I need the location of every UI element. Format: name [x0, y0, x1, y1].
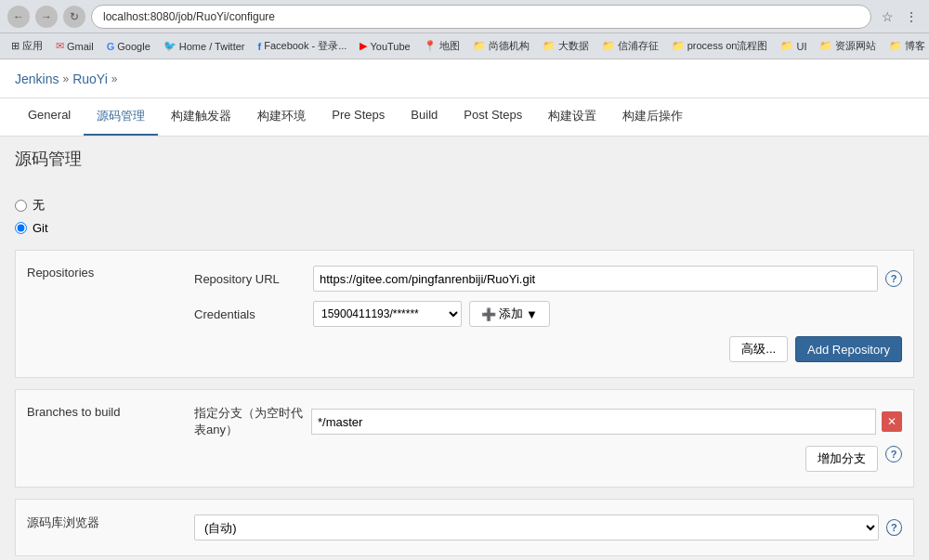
branch-row: 指定分支（为空时代表any） ✕ [194, 405, 902, 438]
tab-presteps[interactable]: Pre Steps [319, 98, 398, 136]
repositories-content: Repository URL ? Credentials 15900411193… [183, 251, 913, 377]
repo-url-input[interactable] [313, 266, 878, 292]
bookmark-twitter[interactable]: 🐦 Home / Twitter [158, 38, 251, 54]
repositories-label: Repositories [16, 251, 183, 377]
remove-branch-button[interactable]: ✕ [882, 411, 902, 432]
radio-group: 无 Git [15, 197, 914, 235]
repo-url-row: Repository URL ? [194, 266, 902, 292]
bookmark-youtube[interactable]: ▶ YouTube [354, 38, 415, 54]
tabs-bar: General 源码管理 构建触发器 构建环境 Pre Steps Build [0, 98, 929, 137]
bookmark-bigdata[interactable]: 📁 大数据 [537, 37, 595, 55]
add-credentials-button[interactable]: ➕ 添加 ▼ [469, 301, 550, 327]
maps-icon: 📍 [424, 40, 437, 52]
bookmark-gmail[interactable]: ✉ Gmail [50, 38, 99, 54]
scm-browser-content: (自动) ? [183, 500, 913, 555]
bookmark-xinpu[interactable]: 📁 信浦存征 [596, 37, 664, 55]
tab-build[interactable]: Build [398, 98, 451, 136]
bookmark-process[interactable]: 📁 process on流程图 [666, 37, 774, 55]
scroll-area[interactable]: General 源码管理 构建触发器 构建环境 Pre Steps Build [0, 98, 929, 560]
radio-none[interactable] [15, 200, 27, 212]
add-credentials-arrow: ▼ [526, 307, 538, 321]
breadcrumb-sep2: » [111, 72, 118, 85]
url-text: localhost:8080/job/RuoYi/configure [103, 10, 275, 23]
youtube-icon: ▶ [360, 40, 367, 52]
tab-env[interactable]: 构建环境 [244, 98, 319, 136]
bookmark-blog[interactable]: 📁 博客 [883, 37, 929, 55]
browser-bar: ← → ↻ localhost:8080/job/RuoYi/configure… [0, 0, 929, 33]
scm-browser-help[interactable]: ? [886, 519, 902, 536]
content-area: General 源码管理 构建触发器 构建环境 Pre Steps Build [0, 98, 929, 560]
gmail-icon: ✉ [56, 40, 64, 52]
ui-icon: 📁 [780, 40, 793, 52]
bookmark-facebook-label: Facebook - 登录... [264, 39, 347, 53]
bookmark-twitter-label: Home / Twitter [179, 41, 245, 52]
radio-git[interactable] [15, 222, 27, 234]
repo-url-label: Repository URL [194, 272, 306, 286]
browser-actions: ☆ ⋮ [877, 7, 922, 27]
menu-button[interactable]: ⋮ [901, 7, 922, 27]
credentials-label: Credentials [194, 307, 306, 321]
back-button[interactable]: ← [7, 6, 30, 28]
breadcrumb-sep1: » [62, 72, 69, 85]
bookmark-bigdata-label: 大数据 [558, 39, 589, 53]
breadcrumb: Jenkins » RuoYi » [15, 72, 117, 86]
tab-settings[interactable]: 构建设置 [535, 98, 609, 136]
branch-field-label: 指定分支（为空时代表any） [194, 405, 306, 438]
bookmark-apps-label: 应用 [22, 39, 43, 53]
section-title: 源码管理 [15, 148, 914, 178]
ziyuan-icon: 📁 [819, 40, 832, 52]
bookmark-ui[interactable]: 📁 UI [775, 38, 812, 54]
scm-browser-select[interactable]: (自动) [194, 514, 879, 540]
bookmark-process-label: process on流程图 [687, 39, 768, 53]
branch-action-row: 增加分支 ? [194, 446, 902, 472]
page-wrapper: ← → ↻ localhost:8080/job/RuoYi/configure… [0, 0, 929, 560]
bookmark-google-label: Google [117, 41, 150, 52]
bookmark-maps[interactable]: 📍 地图 [418, 37, 465, 55]
bookmark-gmail-label: Gmail [67, 41, 94, 52]
repo-url-help[interactable]: ? [885, 270, 902, 287]
repositories-section: Repositories Repository URL ? Credential… [15, 250, 914, 378]
bookmark-apps[interactable]: ⊞ 应用 [6, 37, 48, 55]
url-bar[interactable]: localhost:8080/job/RuoYi/configure [91, 5, 871, 29]
bookmark-ui-label: UI [796, 41, 806, 52]
radio-none-label: 无 [33, 197, 45, 214]
add-credentials-label: 添加 [499, 306, 523, 322]
bookmark-maps-label: 地图 [439, 39, 460, 53]
radio-git-label: Git [33, 221, 48, 235]
forward-button[interactable]: → [35, 6, 58, 28]
radio-none-option[interactable]: 无 [15, 197, 914, 214]
branches-section: Branches to build 指定分支（为空时代表any） ✕ 增加分支 … [15, 389, 914, 488]
google-icon: G [107, 41, 115, 52]
jenkins-header: Jenkins » RuoYi » [0, 59, 929, 98]
twitter-icon: 🐦 [164, 40, 177, 52]
bookmark-ziyuan[interactable]: 📁 资源网站 [814, 37, 882, 55]
blog-icon: 📁 [889, 40, 902, 52]
reload-button[interactable]: ↻ [63, 6, 85, 28]
bookmark-ziyuan-label: 资源网站 [835, 39, 876, 53]
advanced-button[interactable]: 高级... [729, 336, 788, 362]
tab-scm[interactable]: 源码管理 [84, 98, 158, 136]
shangde-icon: 📁 [473, 40, 486, 52]
add-credentials-icon: ➕ [481, 307, 496, 321]
branches-help[interactable]: ? [885, 446, 902, 462]
bookmark-shangde-label: 尚德机构 [489, 39, 530, 53]
radio-git-option[interactable]: Git [15, 221, 914, 235]
process-icon: 📁 [672, 40, 685, 52]
bookmark-google[interactable]: G Google [101, 39, 156, 54]
bookmark-youtube-label: YouTube [370, 41, 410, 52]
tab-triggers[interactable]: 构建触发器 [158, 98, 244, 136]
tab-general[interactable]: General [15, 98, 84, 136]
add-branch-button[interactable]: 增加分支 [805, 446, 878, 472]
tab-poststeps[interactable]: Post Steps [451, 98, 535, 136]
tab-postactions[interactable]: 构建后操作 [609, 98, 696, 136]
branch-input[interactable] [311, 409, 876, 435]
bookmark-shangde[interactable]: 📁 尚德机构 [467, 37, 535, 55]
credentials-select[interactable]: 15900411193/****** [313, 301, 462, 327]
main-panel: 源码管理 无 Git Repositories [0, 137, 929, 560]
breadcrumb-ruoyi[interactable]: RuoYi [72, 72, 108, 86]
breadcrumb-jenkins[interactable]: Jenkins [15, 72, 59, 86]
star-button[interactable]: ☆ [877, 7, 897, 27]
bookmark-facebook[interactable]: f Facebook - 登录... [253, 37, 353, 55]
xinpu-icon: 📁 [602, 40, 615, 52]
add-repository-button[interactable]: Add Repository [795, 336, 902, 362]
